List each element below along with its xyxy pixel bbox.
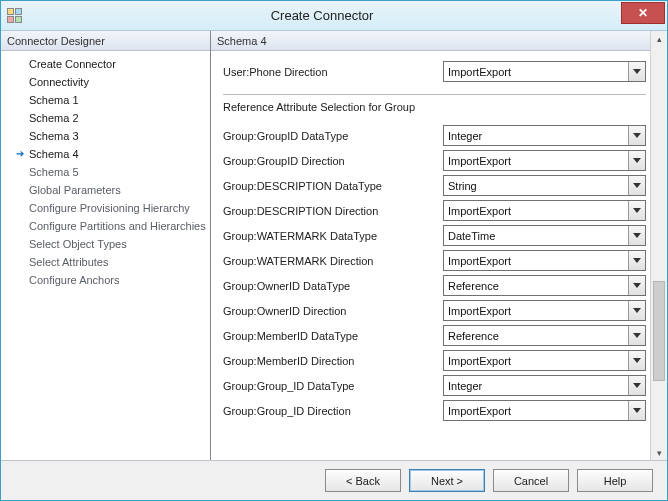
field-label: Group:DESCRIPTION DataType xyxy=(223,180,443,192)
nav-item[interactable]: Schema 1 xyxy=(1,91,210,109)
scroll-thumb[interactable] xyxy=(653,281,665,381)
field-label: Group:GroupID DataType xyxy=(223,130,443,142)
field-row: Group:DESCRIPTION DataTypeString xyxy=(223,173,646,198)
dropdown[interactable]: ImportExport xyxy=(443,350,646,371)
dropdown-value: String xyxy=(448,180,477,192)
dropdown-value: Reference xyxy=(448,330,499,342)
nav-item[interactable]: ➔Schema 4 xyxy=(1,145,210,163)
field-label: Group:GroupID Direction xyxy=(223,155,443,167)
nav-item[interactable]: Select Attributes xyxy=(1,253,210,271)
chevron-down-icon xyxy=(628,301,645,320)
dropdown-value: ImportExport xyxy=(448,255,511,267)
right-panel: Schema 4 User:Phone Direction ImportExpo… xyxy=(211,31,667,461)
chevron-down-icon xyxy=(628,376,645,395)
field-label: Group:DESCRIPTION Direction xyxy=(223,205,443,217)
nav-item-label: Create Connector xyxy=(27,58,116,70)
nav-item[interactable]: Global Parameters xyxy=(1,181,210,199)
chevron-down-icon xyxy=(628,276,645,295)
field-row: User:Phone Direction ImportExport xyxy=(223,59,646,84)
nav-item-label: Configure Anchors xyxy=(27,274,120,286)
dropdown[interactable]: Integer xyxy=(443,125,646,146)
svg-marker-1 xyxy=(633,133,641,138)
dropdown-value: Integer xyxy=(448,130,482,142)
dropdown[interactable]: DateTime xyxy=(443,225,646,246)
svg-marker-10 xyxy=(633,358,641,363)
left-panel-header: Connector Designer xyxy=(1,31,210,51)
help-button[interactable]: Help xyxy=(577,469,653,492)
left-panel: Connector Designer Create ConnectorConne… xyxy=(1,31,211,461)
dropdown-value: Integer xyxy=(448,380,482,392)
svg-marker-4 xyxy=(633,208,641,213)
field-label: Group:WATERMARK Direction xyxy=(223,255,443,267)
dropdown[interactable]: ImportExport xyxy=(443,400,646,421)
dropdown[interactable]: ImportExport xyxy=(443,150,646,171)
form-area: User:Phone Direction ImportExport Refere… xyxy=(211,51,650,461)
dropdown-value: DateTime xyxy=(448,230,495,242)
svg-marker-11 xyxy=(633,383,641,388)
close-button[interactable]: ✕ xyxy=(621,2,665,24)
chevron-down-icon xyxy=(628,251,645,270)
nav-item[interactable]: Schema 2 xyxy=(1,109,210,127)
nav-item-label: Schema 3 xyxy=(27,130,79,142)
field-row: Group:Group_ID DirectionImportExport xyxy=(223,398,646,423)
dropdown[interactable]: Reference xyxy=(443,275,646,296)
field-row: Group:MemberID DataTypeReference xyxy=(223,323,646,348)
dropdown[interactable]: ImportExport xyxy=(443,200,646,221)
svg-marker-2 xyxy=(633,158,641,163)
nav-item[interactable]: Select Object Types xyxy=(1,235,210,253)
vertical-scrollbar[interactable]: ▴ ▾ xyxy=(650,31,667,461)
nav-item-label: Schema 4 xyxy=(27,148,79,160)
field-row: Group:WATERMARK DataTypeDateTime xyxy=(223,223,646,248)
field-row: Group:WATERMARK DirectionImportExport xyxy=(223,248,646,273)
field-row: Group:GroupID DirectionImportExport xyxy=(223,148,646,173)
scroll-up-icon[interactable]: ▴ xyxy=(651,31,667,47)
nav-item[interactable]: Connectivity xyxy=(1,73,210,91)
dropdown-value: Reference xyxy=(448,280,499,292)
app-icon xyxy=(7,8,23,24)
nav-item[interactable]: Configure Provisioning Hierarchy xyxy=(1,199,210,217)
svg-marker-9 xyxy=(633,333,641,338)
dropdown[interactable]: Reference xyxy=(443,325,646,346)
svg-marker-3 xyxy=(633,183,641,188)
nav-item-label: Schema 5 xyxy=(27,166,79,178)
next-button[interactable]: Next > xyxy=(409,469,485,492)
field-label: Group:OwnerID Direction xyxy=(223,305,443,317)
nav-item-label: Configure Partitions and Hierarchies xyxy=(27,220,206,232)
dropdown[interactable]: Integer xyxy=(443,375,646,396)
back-button[interactable]: < Back xyxy=(325,469,401,492)
nav-item-label: Select Attributes xyxy=(27,256,109,268)
nav-item[interactable]: Configure Anchors xyxy=(1,271,210,289)
svg-marker-7 xyxy=(633,283,641,288)
field-label: Group:Group_ID DataType xyxy=(223,380,443,392)
chevron-down-icon xyxy=(628,351,645,370)
dropdown-value: ImportExport xyxy=(448,205,511,217)
field-label: Group:MemberID Direction xyxy=(223,355,443,367)
chevron-down-icon xyxy=(628,62,645,81)
dropdown[interactable]: String xyxy=(443,175,646,196)
chevron-down-icon xyxy=(628,326,645,345)
nav-item[interactable]: Configure Partitions and Hierarchies xyxy=(1,217,210,235)
nav-item-label: Select Object Types xyxy=(27,238,127,250)
chevron-down-icon xyxy=(628,226,645,245)
svg-marker-0 xyxy=(633,69,641,74)
field-row: Group:DESCRIPTION DirectionImportExport xyxy=(223,198,646,223)
field-label: User:Phone Direction xyxy=(223,66,443,78)
svg-marker-12 xyxy=(633,408,641,413)
nav-item[interactable]: Schema 3 xyxy=(1,127,210,145)
chevron-down-icon xyxy=(628,176,645,195)
dropdown-value: ImportExport xyxy=(448,305,511,317)
nav-item[interactable]: Create Connector xyxy=(1,55,210,73)
scroll-down-icon[interactable]: ▾ xyxy=(651,445,667,461)
dropdown[interactable]: ImportExport xyxy=(443,250,646,271)
svg-marker-6 xyxy=(633,258,641,263)
cancel-button[interactable]: Cancel xyxy=(493,469,569,492)
button-row: < Back Next > Cancel Help xyxy=(1,460,667,500)
nav-item[interactable]: Schema 5 xyxy=(1,163,210,181)
field-row: Group:OwnerID DataTypeReference xyxy=(223,273,646,298)
dropdown[interactable]: ImportExport xyxy=(443,300,646,321)
dropdown-value: ImportExport xyxy=(448,405,511,417)
dropdown-user-phone-direction[interactable]: ImportExport xyxy=(443,61,646,82)
field-label: Group:OwnerID DataType xyxy=(223,280,443,292)
field-row: Group:MemberID DirectionImportExport xyxy=(223,348,646,373)
window-title: Create Connector xyxy=(23,8,621,23)
